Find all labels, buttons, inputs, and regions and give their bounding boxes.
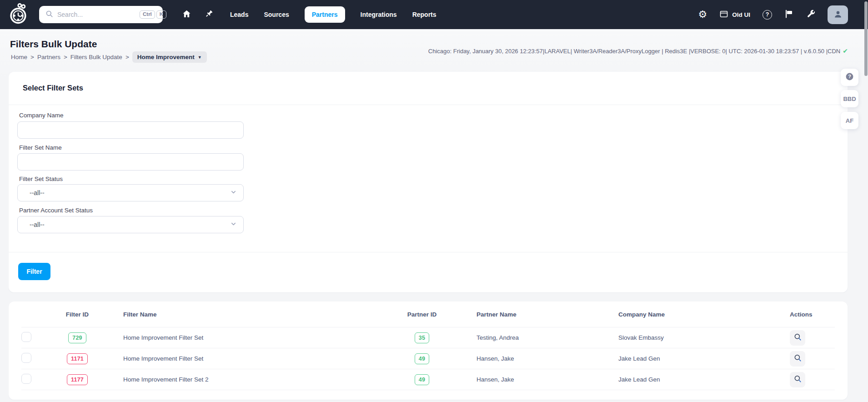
divider [9, 252, 848, 252]
environment-status-bar: Chicago: Friday, January 30, 2026 12:23:… [428, 47, 848, 55]
view-filter-button[interactable] [790, 351, 805, 367]
cdn-check-icon: ✔ [843, 47, 848, 55]
partner-name-cell: Hansen, Jake [439, 355, 618, 362]
breadcrumb-separator: > [64, 54, 67, 60]
breadcrumb-home[interactable]: Home [11, 54, 27, 60]
gear-icon[interactable]: ⚙ [698, 10, 707, 20]
breadcrumb-separator: > [30, 54, 34, 60]
k-key-hint: K [156, 10, 166, 19]
scrollbar-thumb[interactable] [864, 1, 868, 76]
ctrl-key-hint: Ctrl [140, 10, 155, 19]
magnifier-icon [793, 375, 802, 385]
help-side-button[interactable]: ? [841, 69, 858, 86]
nav-item-reports[interactable]: Reports [412, 11, 437, 18]
magnifier-icon [793, 333, 802, 343]
company-name-cell: Slovak Embassy [618, 334, 790, 341]
nav-item-leads[interactable]: Leads [230, 11, 248, 18]
status-text: Chicago: Friday, January 30, 2026 12:23:… [428, 48, 840, 55]
breadcrumb-current-dropdown[interactable]: Home Improvement ▼ [132, 51, 207, 63]
view-filter-button[interactable] [790, 330, 805, 346]
filter-name-cell: Home Improvement Filter Set [103, 355, 405, 362]
chevron-down-icon [230, 189, 237, 197]
partner-name-header: Partner Name [439, 311, 618, 318]
partner-id-badge: 49 [415, 353, 429, 364]
bbd-side-button[interactable]: BBD [841, 90, 858, 107]
home-icon[interactable] [182, 9, 191, 20]
wrench-icon[interactable] [806, 9, 815, 20]
page-title: Filters Bulk Update [10, 39, 97, 50]
view-filter-button[interactable] [790, 372, 805, 387]
partner-id-header: Partner ID [405, 311, 439, 318]
filter-set-name-field[interactable] [17, 153, 244, 171]
table-row: 1171 Home Improvement Filter Set 49 Hans… [21, 348, 835, 369]
partner-name-cell: Hansen, Jake [439, 376, 618, 383]
breadcrumb-current-label: Home Improvement [137, 54, 195, 60]
search-input[interactable] [57, 11, 140, 18]
partner-name-cell: Testing, Andrea [439, 334, 618, 341]
filter-sets-table-card: Filter ID Filter Name Partner ID Partner… [9, 302, 848, 400]
row-checkbox[interactable] [21, 374, 31, 384]
company-name-label: Company Name [19, 112, 64, 119]
app-screen: Ctrl K [0, 0, 868, 402]
window-icon [719, 10, 728, 20]
help-icon[interactable]: ? [763, 10, 772, 20]
selected-value: --all-- [30, 189, 45, 196]
company-name-cell: Jake Lead Gen [618, 355, 790, 362]
magnifier-icon [793, 354, 802, 364]
filter-name-header: Filter Name [103, 311, 405, 318]
company-name-cell: Jake Lead Gen [618, 376, 790, 383]
partner-id-badge: 35 [415, 332, 429, 343]
table-header-row: Filter ID Filter Name Partner ID Partner… [21, 302, 835, 327]
partner-account-set-status-select[interactable]: --all-- [17, 216, 244, 233]
filter-name-cell: Home Improvement Filter Set 2 [103, 376, 405, 383]
question-circle-icon: ? [845, 72, 854, 82]
row-checkbox[interactable] [21, 332, 31, 342]
nav-item-partners[interactable]: Partners [305, 6, 345, 23]
global-search[interactable]: Ctrl K [39, 6, 163, 23]
stopwatch-icon [8, 3, 28, 26]
app-logo[interactable] [8, 3, 32, 26]
chevron-down-icon: ▼ [198, 55, 202, 60]
search-icon [45, 10, 53, 20]
breadcrumb-filters-bulk-update[interactable]: Filters Bulk Update [70, 54, 122, 60]
filter-set-status-select[interactable]: --all-- [17, 184, 244, 201]
filter-set-name-label: Filter Set Name [19, 144, 62, 151]
filter-id-badge: 729 [68, 332, 86, 343]
table-row: 1177 Home Improvement Filter Set 2 49 Ha… [21, 369, 835, 390]
flag-icon[interactable] [784, 9, 794, 20]
nav-item-sources[interactable]: Sources [264, 11, 289, 18]
filter-set-status-label: Filter Set Status [19, 176, 63, 182]
breadcrumb-separator: > [125, 54, 129, 60]
old-ui-button[interactable]: Old UI [719, 10, 750, 20]
nav-item-integrations[interactable]: Integrations [361, 11, 397, 18]
breadcrumb: Home > Partners > Filters Bulk Update > … [11, 51, 207, 63]
filter-id-badge: 1171 [67, 353, 88, 364]
table-row: 729 Home Improvement Filter Set 35 Testi… [21, 327, 835, 348]
filter-submit-button[interactable]: Filter [18, 263, 50, 280]
filter-id-header: Filter ID [51, 311, 103, 318]
company-name-field[interactable] [17, 121, 244, 139]
chevron-down-icon [230, 221, 237, 229]
filter-id-badge: 1177 [67, 374, 88, 385]
filter-sets-table: Filter ID Filter Name Partner ID Partner… [9, 302, 848, 390]
divider [9, 105, 848, 105]
partner-id-badge: 49 [415, 374, 429, 385]
partner-account-set-status-label: Partner Account Set Status [19, 207, 93, 214]
card-title: Select Filter Sets [23, 84, 83, 92]
breadcrumb-partners[interactable]: Partners [37, 54, 60, 60]
main-nav: Leads Sources Partners Integrations Repo… [230, 6, 437, 23]
row-checkbox[interactable] [21, 353, 31, 363]
filter-name-cell: Home Improvement Filter Set [103, 334, 405, 341]
af-side-button[interactable]: AF [841, 112, 858, 129]
svg-text:?: ? [848, 74, 851, 79]
select-filter-sets-card: Select Filter Sets Company Name Filter S… [9, 72, 848, 292]
user-icon [833, 9, 843, 20]
pin-icon[interactable] [204, 9, 214, 20]
user-menu-button[interactable] [828, 5, 848, 24]
top-navbar: Ctrl K [0, 0, 868, 29]
selected-value: --all-- [30, 221, 45, 228]
old-ui-label: Old UI [732, 11, 750, 18]
company-name-header: Company Name [618, 311, 790, 318]
actions-header: Actions [790, 311, 835, 318]
